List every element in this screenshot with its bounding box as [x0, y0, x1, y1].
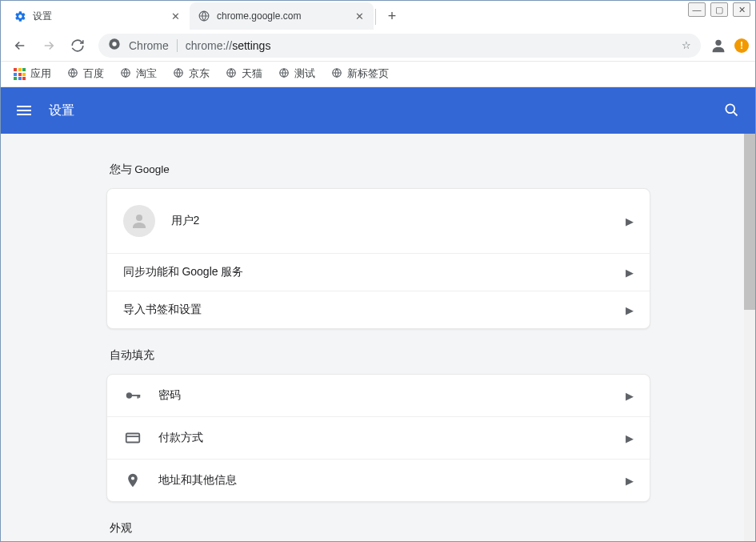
bookmark-jd[interactable]: 京东 [166, 64, 216, 84]
key-icon [123, 386, 142, 405]
row-label: 地址和其他信息 [158, 473, 610, 488]
apps-icon [14, 68, 26, 80]
bookmark-label: 应用 [30, 67, 51, 81]
globe-icon [173, 67, 184, 81]
close-tab-icon[interactable]: ✕ [169, 10, 182, 22]
chevron-right-icon: ▶ [626, 390, 634, 402]
bookmark-label: 新标签页 [347, 67, 389, 81]
tab-title: 设置 [33, 10, 162, 23]
globe-icon [226, 67, 237, 81]
tab-settings[interactable]: 设置 ✕ [6, 2, 190, 30]
row-label: 同步功能和 Google 服务 [123, 265, 610, 279]
section-title-you-and-google: 您与 Google [110, 163, 647, 177]
row-label: 密码 [158, 388, 610, 403]
globe-icon [331, 67, 342, 81]
alert-badge-icon[interactable]: ! [734, 38, 749, 53]
tab-chrome-google[interactable]: chrome.google.com ✕ [190, 2, 374, 30]
globe-icon [120, 67, 131, 81]
new-tab-button[interactable]: + [381, 5, 403, 27]
address-bar[interactable]: Chrome chrome://settings ☆ [98, 34, 701, 58]
toolbar: Chrome chrome://settings ☆ ! [1, 30, 755, 62]
bookmark-apps[interactable]: 应用 [7, 64, 58, 84]
globe-icon [278, 67, 290, 81]
tab-title: chrome.google.com [217, 10, 346, 22]
bookmark-label: 测试 [294, 67, 315, 81]
tab-strip: 设置 ✕ chrome.google.com ✕ + [1, 1, 755, 30]
row-addresses[interactable]: 地址和其他信息 ▶ [107, 459, 650, 501]
section-title-autofill: 自动填充 [110, 348, 647, 363]
bookmark-tmall[interactable]: 天猫 [219, 64, 269, 84]
gear-icon [14, 10, 26, 22]
svg-rect-15 [138, 395, 140, 398]
forward-button[interactable] [36, 33, 62, 58]
svg-point-12 [126, 392, 131, 398]
menu-button[interactable] [17, 106, 31, 115]
svg-rect-16 [126, 434, 139, 443]
window-controls: — ▢ ✕ [688, 2, 750, 17]
url-scheme: chrome:// [186, 39, 232, 52]
bookmark-label: 天猫 [242, 67, 262, 81]
section-title-appearance: 外观 [110, 521, 647, 536]
scrollbar-thumb[interactable] [744, 134, 755, 310]
bookmark-baidu[interactable]: 百度 [61, 64, 110, 84]
bookmark-newtab[interactable]: 新标签页 [325, 64, 395, 84]
chevron-right-icon: ▶ [626, 475, 634, 487]
toolbar-right: ! [709, 36, 749, 55]
credit-card-icon [123, 428, 142, 448]
bookmarks-bar: 应用 百度 淘宝 京东 天猫 测试 新标签页 [1, 62, 755, 87]
row-sync[interactable]: 同步功能和 Google 服务 ▶ [107, 253, 650, 291]
chrome-logo-icon [108, 38, 121, 53]
svg-point-10 [726, 104, 734, 113]
bookmark-label: 百度 [83, 67, 104, 81]
card-autofill: 密码 ▶ 付款方式 ▶ 地址和其他信息 ▶ [106, 374, 650, 502]
bookmark-star-icon[interactable]: ☆ [682, 39, 691, 51]
profile-button[interactable] [709, 36, 728, 55]
minimize-button[interactable]: — [688, 2, 706, 17]
address-origin: Chrome [129, 39, 169, 52]
bookmark-test[interactable]: 测试 [272, 64, 322, 84]
row-payment[interactable]: 付款方式 ▶ [107, 416, 650, 459]
card-you-and-google: 用户2 ▶ 同步功能和 Google 服务 ▶ 导入书签和设置 ▶ [106, 188, 650, 329]
chevron-right-icon: ▶ [626, 432, 634, 444]
chevron-right-icon: ▶ [626, 304, 634, 316]
row-import[interactable]: 导入书签和设置 ▶ [107, 291, 650, 328]
location-pin-icon [123, 471, 142, 490]
row-label: 用户2 [171, 214, 610, 228]
bookmark-label: 淘宝 [136, 67, 157, 81]
page-title: 设置 [49, 102, 74, 119]
row-label: 付款方式 [158, 431, 610, 445]
bookmark-label: 京东 [189, 67, 210, 81]
address-url: chrome://settings [186, 39, 271, 52]
bookmark-taobao[interactable]: 淘宝 [114, 64, 163, 84]
svg-point-3 [715, 39, 721, 45]
row-user[interactable]: 用户2 ▶ [107, 189, 650, 253]
close-window-button[interactable]: ✕ [733, 2, 750, 17]
address-separator [177, 39, 178, 52]
avatar-icon [123, 205, 155, 237]
chevron-right-icon: ▶ [626, 267, 634, 279]
svg-point-2 [112, 42, 116, 46]
reload-button[interactable] [65, 33, 90, 58]
svg-rect-14 [137, 395, 138, 399]
back-button[interactable] [7, 33, 33, 58]
globe-icon [67, 67, 78, 81]
globe-icon [198, 10, 210, 22]
close-tab-icon[interactable]: ✕ [353, 10, 366, 22]
svg-point-11 [136, 215, 142, 221]
row-passwords[interactable]: 密码 ▶ [107, 375, 650, 416]
search-button[interactable] [723, 102, 739, 120]
settings-header: 设置 [1, 87, 755, 134]
tab-separator [375, 9, 376, 25]
content-area: 您与 Google 用户2 ▶ 同步功能和 Google 服务 ▶ 导入书签和设… [1, 134, 755, 541]
chevron-right-icon: ▶ [626, 215, 634, 227]
vertical-scrollbar[interactable] [744, 134, 755, 541]
url-path: settings [232, 39, 270, 52]
maximize-button[interactable]: ▢ [710, 2, 728, 17]
row-label: 导入书签和设置 [123, 303, 610, 317]
browser-window: — ▢ ✕ 设置 ✕ chrome.google.com ✕ + [0, 0, 756, 542]
